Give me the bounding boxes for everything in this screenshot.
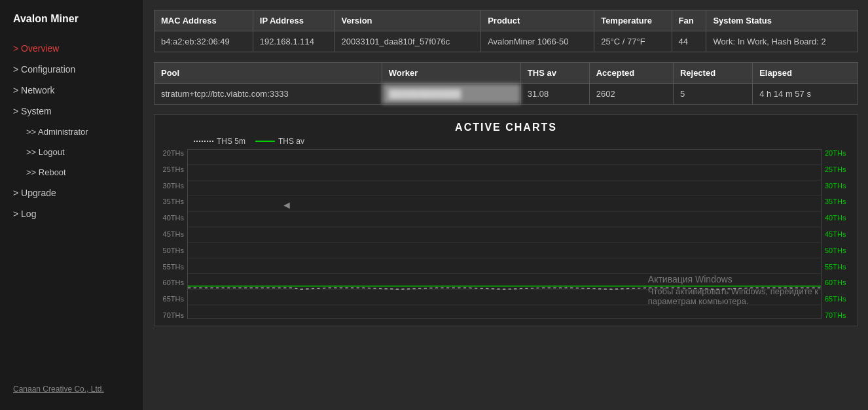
chart-y-labels-left: 70THs 65THs 60THs 55THs 50THs 45THs 40TH… [161,149,187,319]
watermark-line1: Активация Windows [648,274,818,284]
cell-mac: b4:a2:eb:32:06:49 [154,31,253,52]
col-accepted: Accepted [589,63,673,84]
sidebar-item-logout[interactable]: >> Logout [0,142,143,162]
watermark-line2: Чтобы активировать Windows, перейдите к [648,286,818,296]
col-ths-av: THS av [520,63,589,84]
col-temperature: Temperature [594,10,672,31]
legend-dotted: THS 5m [194,137,245,146]
y-label-r-30: 30THs [825,182,851,190]
y-label-r-40: 40THs [825,214,851,222]
cell-fan: 44 [672,31,706,52]
y-label-r-45: 45THs [825,230,851,238]
sidebar-item-log[interactable]: > Log [0,203,143,224]
y-label-r-35: 35THs [825,197,851,205]
y-label-r-70: 70THs [825,311,851,319]
cell-ths-av: 31.08 [520,84,589,105]
y-label-r-55: 55THs [825,263,851,271]
y-label-65: 65THs [161,295,184,303]
cell-accepted: 2602 [589,84,673,105]
sidebar-item-overview[interactable]: > Overview [0,38,143,59]
main-content: MAC Address IP Address Version Product T… [144,0,868,410]
sidebar-item-network[interactable]: > Network [0,80,143,101]
cell-temperature: 25°C / 77°F [594,31,672,52]
y-label-70: 70THs [161,311,184,319]
col-ip: IP Address [253,10,335,31]
sidebar-item-configuration[interactable]: > Configuration [0,59,143,80]
y-label-r-60: 60THs [825,279,851,286]
app-title: Avalon Miner [0,7,143,38]
col-product: Product [481,10,594,31]
y-label-r-65: 65THs [825,295,851,303]
y-label-30: 30THs [161,182,184,190]
pool-table-row: stratum+tcp://btc.viabtc.com:3333 ██████… [154,84,858,105]
cell-rejected: 5 [673,84,752,105]
y-label-45: 45THs [161,230,184,238]
windows-watermark: Активация Windows Чтобы активировать Win… [648,274,818,306]
col-status: System Status [706,10,858,31]
info-table: MAC Address IP Address Version Product T… [154,10,858,52]
cell-version: 20033101_daa810f_57f076c [335,31,481,52]
legend-dotted-line [194,141,213,142]
legend-dotted-label: THS 5m [217,137,245,146]
cell-product: AvalonMiner 1066-50 [481,31,594,52]
legend-solid-label: THS av [278,137,304,146]
cell-ip: 192.168.1.114 [253,31,335,52]
y-label-20: 20THs [161,149,184,157]
y-label-55: 55THs [161,263,184,271]
chart-legend: THS 5m THS av [161,137,851,146]
col-worker: Worker [382,63,520,84]
sidebar-collapse-button[interactable]: ◄ [281,199,292,211]
legend-solid: THS av [255,137,304,146]
y-label-r-50: 50THs [825,247,851,254]
cell-elapsed: 4 h 14 m 57 s [753,84,858,105]
col-elapsed: Elapsed [753,63,858,84]
cell-worker: ████████████ [382,84,520,105]
cell-pool: stratum+tcp://btc.viabtc.com:3333 [154,84,382,105]
chart-section: ACTIVE CHARTS THS 5m THS av 70THs 65THs … [154,114,858,326]
sidebar: Avalon Miner > Overview > Configuration … [0,0,144,410]
y-label-r-25: 25THs [825,165,851,173]
y-label-r-20: 20THs [825,149,851,157]
col-mac: MAC Address [154,10,253,31]
col-pool: Pool [154,63,382,84]
legend-solid-line [255,141,275,142]
y-label-35: 35THs [161,197,184,205]
chart-y-labels-right: 70THs 65THs 60THs 55THs 50THs 45THs 40TH… [822,149,851,319]
info-table-row: b4:a2:eb:32:06:49 192.168.1.114 20033101… [154,31,858,52]
y-label-40: 40THs [161,214,184,222]
y-label-25: 25THs [161,165,184,173]
footer-link[interactable]: Canaan Creative Co., Ltd. [0,375,143,403]
col-fan: Fan [672,10,706,31]
cell-status: Work: In Work, Hash Board: 2 [706,31,858,52]
watermark-line3: параметрам компьютера. [648,296,818,306]
y-label-60: 60THs [161,279,184,286]
chart-title: ACTIVE CHARTS [161,122,851,133]
col-rejected: Rejected [673,63,752,84]
y-label-50: 50THs [161,247,184,254]
sidebar-item-system[interactable]: > System [0,101,143,122]
sidebar-item-upgrade[interactable]: > Upgrade [0,182,143,203]
sidebar-item-administrator[interactable]: >> Administrator [0,122,143,142]
sidebar-item-reboot[interactable]: >> Reboot [0,162,143,182]
col-version: Version [335,10,481,31]
pool-table: Pool Worker THS av Accepted Rejected Ela… [154,62,858,105]
